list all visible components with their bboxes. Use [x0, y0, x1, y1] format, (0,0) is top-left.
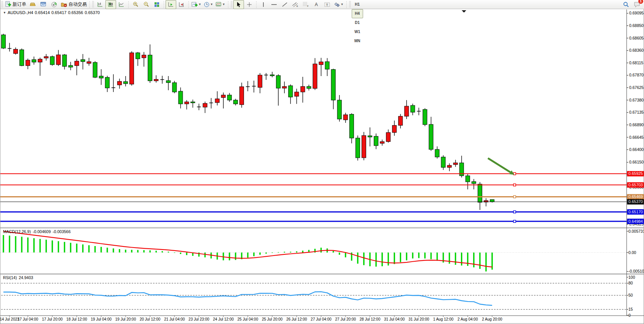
- candle[interactable]: [392, 121, 397, 136]
- line-handle[interactable]: [513, 211, 516, 213]
- timeframe-w1-button[interactable]: W1: [352, 27, 363, 37]
- candle[interactable]: [227, 93, 231, 102]
- candle[interactable]: [368, 127, 372, 146]
- trend-arrow-annotation[interactable]: [488, 158, 514, 175]
- candle[interactable]: [203, 102, 207, 113]
- candle[interactable]: [197, 104, 201, 110]
- fibonacci-tool-button[interactable]: F: [301, 0, 311, 9]
- candle[interactable]: [44, 54, 48, 60]
- candle[interactable]: [233, 99, 238, 105]
- candle[interactable]: [331, 69, 335, 109]
- candle[interactable]: [355, 135, 360, 160]
- candle[interactable]: [258, 73, 262, 93]
- candle[interactable]: [87, 58, 91, 66]
- zoom-out-button[interactable]: [141, 0, 151, 9]
- search-button[interactable]: [621, 0, 631, 9]
- indicators-button[interactable]: ▼: [190, 0, 202, 9]
- candle[interactable]: [343, 113, 348, 123]
- candle[interactable]: [105, 76, 109, 92]
- candle[interactable]: [99, 69, 103, 85]
- candle[interactable]: [142, 52, 146, 67]
- candle[interactable]: [124, 76, 128, 86]
- candle[interactable]: [185, 100, 189, 110]
- chart-shift-marker[interactable]: [462, 10, 466, 13]
- chart-shift-button[interactable]: [176, 0, 187, 9]
- text-tool-button[interactable]: A: [311, 0, 322, 9]
- candle[interactable]: [209, 98, 213, 108]
- autotrading-button[interactable]: 自动交易: [59, 0, 88, 9]
- candle[interactable]: [386, 129, 391, 143]
- candle[interactable]: [56, 50, 61, 66]
- notifications-button[interactable]: 1: [631, 0, 642, 9]
- candle[interactable]: [148, 44, 152, 83]
- timeframe-h4-button[interactable]: H4: [352, 9, 363, 18]
- line-handle[interactable]: [513, 220, 516, 222]
- candle[interactable]: [447, 164, 451, 172]
- candle[interactable]: [490, 199, 494, 202]
- candle[interactable]: [441, 155, 445, 170]
- candle[interactable]: [112, 74, 115, 92]
- candle[interactable]: [429, 117, 433, 151]
- line-handle[interactable]: [513, 195, 516, 198]
- candle[interactable]: [50, 56, 54, 66]
- line-handle[interactable]: [513, 184, 516, 186]
- candle[interactable]: [239, 83, 244, 108]
- candle[interactable]: [282, 82, 287, 94]
- zoom-in-button[interactable]: [130, 0, 141, 9]
- candle[interactable]: [289, 84, 293, 104]
- candle[interactable]: [411, 104, 415, 116]
- timeframe-mn-button[interactable]: MN: [352, 37, 363, 46]
- periods-button[interactable]: ▼: [202, 0, 214, 9]
- candle[interactable]: [301, 77, 305, 103]
- line-chart-type-button[interactable]: [116, 0, 127, 9]
- candle[interactable]: [307, 85, 311, 91]
- templates-button[interactable]: ▼: [214, 0, 226, 9]
- candle[interactable]: [14, 48, 18, 55]
- candle[interactable]: [374, 133, 378, 149]
- candle[interactable]: [399, 114, 403, 129]
- candle[interactable]: [136, 52, 140, 66]
- candle[interactable]: [215, 91, 219, 105]
- trendline-tool-button[interactable]: [279, 0, 290, 9]
- styler-button[interactable]: [27, 0, 38, 9]
- bar-chart-type-button[interactable]: [95, 0, 105, 9]
- timeframe-d1-button[interactable]: D1: [352, 18, 363, 27]
- candle[interactable]: [459, 156, 464, 178]
- candle[interactable]: [117, 79, 121, 89]
- auto-scroll-button[interactable]: [166, 0, 176, 9]
- text-label-tool-button[interactable]: T: [322, 0, 333, 9]
- candle[interactable]: [160, 76, 164, 84]
- candle[interactable]: [130, 51, 134, 86]
- candle[interactable]: [8, 43, 11, 52]
- candle[interactable]: [423, 108, 427, 126]
- alerts-button[interactable]: [49, 0, 59, 9]
- candle[interactable]: [270, 72, 274, 78]
- candle[interactable]: [405, 100, 409, 119]
- candle[interactable]: [75, 59, 79, 75]
- vertical-line-tool-button[interactable]: [258, 0, 269, 9]
- candle[interactable]: [484, 198, 488, 206]
- horizontal-line-tool-button[interactable]: [269, 0, 279, 9]
- candle[interactable]: [465, 174, 470, 189]
- candle[interactable]: [179, 87, 183, 108]
- candle[interactable]: [435, 146, 439, 159]
- crosshair-tool-button[interactable]: [244, 0, 255, 9]
- new-order-button[interactable]: 新订单: [4, 0, 27, 9]
- candle[interactable]: [319, 58, 323, 76]
- candlestick-chart-type-button[interactable]: [105, 0, 116, 9]
- candle[interactable]: [362, 132, 366, 160]
- candle[interactable]: [20, 48, 24, 66]
- timeframe-h1-button[interactable]: H1: [352, 0, 363, 9]
- market-watch-button[interactable]: [38, 0, 49, 9]
- candle[interactable]: [313, 58, 317, 90]
- candle[interactable]: [69, 62, 73, 70]
- candle[interactable]: [62, 54, 67, 70]
- candle[interactable]: [2, 34, 6, 49]
- cursor-tool-button[interactable]: [233, 0, 244, 9]
- candle[interactable]: [276, 74, 281, 106]
- candle[interactable]: [26, 59, 30, 69]
- candle[interactable]: [252, 81, 256, 92]
- shapes-tool-button[interactable]: ▼: [333, 0, 345, 9]
- equidistant-channel-tool-button[interactable]: E: [290, 0, 301, 9]
- candle[interactable]: [295, 89, 299, 104]
